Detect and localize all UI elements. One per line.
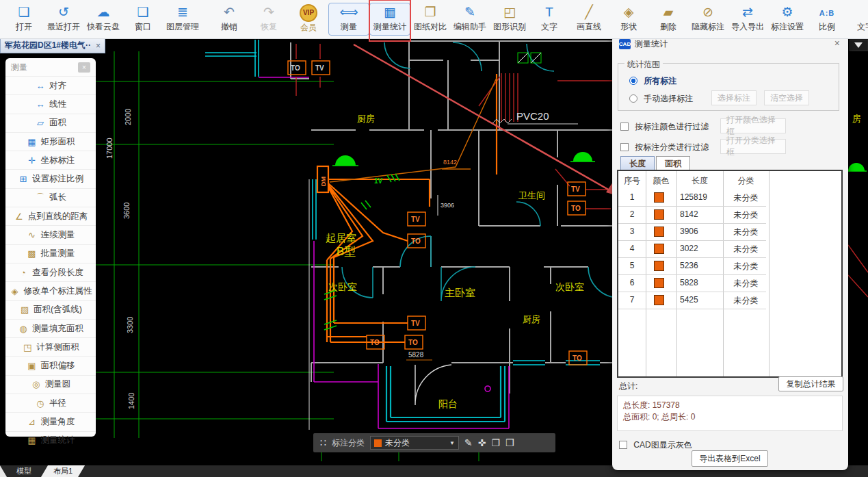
measure-item-side-area[interactable]: ◳计算侧面积 <box>5 337 96 356</box>
toolbar-shape-recognition[interactable]: ◰图形识别 <box>490 3 529 35</box>
toolbar-edit-assistant[interactable]: ✎编辑助手 <box>450 3 490 35</box>
room-living: 起居室 <box>326 232 356 244</box>
toolbar-redo-label: 恢复 <box>261 21 277 33</box>
table-row[interactable]: 1125819未分类 <box>618 189 766 207</box>
measure-item-segment-length[interactable]: ◔查看分段长度 <box>5 263 96 281</box>
table-row[interactable]: 65828未分类 <box>618 274 766 292</box>
redo-icon: ↷ <box>263 5 274 21</box>
side-area-icon: ◳ <box>22 342 33 352</box>
stats-panel-close-icon[interactable]: × <box>834 38 840 49</box>
row-no: 5 <box>618 261 646 270</box>
copy-icon[interactable]: ❐ <box>491 437 500 448</box>
area-offset-icon: ▣ <box>27 361 38 371</box>
pvc-label: PVC20 <box>516 110 549 122</box>
radio-manual-select[interactable]: 手动选择标注 <box>629 93 693 105</box>
toolbar-layer-manager[interactable]: ≣图层管理 <box>163 3 202 35</box>
tab-layout1[interactable]: 布局1 <box>41 465 85 477</box>
row-category: 未分类 <box>723 295 769 307</box>
measure-item-measure-stats[interactable]: ▦测量统计 <box>5 431 96 450</box>
toolbar-cloud-disk[interactable]: ☁快看云盘 <box>83 3 123 35</box>
set-annotation-scale-icon: ⊞ <box>18 174 29 184</box>
table-row[interactable]: 33906未分类 <box>618 223 766 241</box>
measure-item-modify-annotation[interactable]: ◈修改单个标注属性 <box>5 281 96 300</box>
toolbar-shapes[interactable]: ◈形状 <box>609 3 648 35</box>
toolbar-hide-annotations[interactable]: ⊘隐藏标注 <box>688 3 728 35</box>
measure-item-batch-measure[interactable]: ▩批量测量 <box>5 244 96 263</box>
toolbar-open[interactable]: ❏打开 <box>4 3 44 35</box>
table-row[interactable]: 28142未分类 <box>618 206 766 224</box>
measure-item-fill-area[interactable]: ◍测量填充面积 <box>5 319 96 337</box>
measure-item-coord-annotation[interactable]: ✛坐标标注 <box>5 151 96 169</box>
select-annotations-button[interactable]: 选择标注 <box>711 90 757 105</box>
toolbar-measure[interactable]: ⟺测量 <box>328 3 369 36</box>
room-partial: 房 <box>852 114 861 124</box>
measure-item-arc-length[interactable]: ⌒弧长 <box>5 188 96 207</box>
measure-item-area-offset[interactable]: ▣面积偏移 <box>5 356 96 374</box>
toolbar-drawing-compare[interactable]: ❐图纸对比 <box>410 3 450 35</box>
table-row[interactable]: 43022未分类 <box>618 240 766 258</box>
measure-stats-icon: ▦ <box>384 5 396 21</box>
edit-icon[interactable]: ✎ <box>464 437 473 448</box>
measure-item-radius[interactable]: ◷半径 <box>5 394 96 412</box>
to-label: TO <box>291 64 300 72</box>
measure-panel-title: 测量 <box>11 62 78 73</box>
measure-item-measure-circle[interactable]: ◎测量圆 <box>5 375 96 394</box>
chevron-down-icon: ▼ <box>449 440 455 446</box>
dim-2000: 2000 <box>124 109 132 125</box>
grid-icon[interactable]: ∷ <box>320 437 326 448</box>
row-color-swatch <box>654 209 664 220</box>
measure-item-area[interactable]: ▱面积 <box>5 114 96 132</box>
filter-category-checkbox[interactable]: 按标注分类进行过滤 <box>620 142 709 153</box>
measure-item-align[interactable]: ↔对齐 <box>5 76 96 94</box>
undo-icon: ↶ <box>224 5 235 21</box>
document-tab[interactable]: 军苑花园D区1#楼电气·· × <box>0 38 105 53</box>
measure-stats-panel: CAD 测量统计 × 统计范围 所有标注 手动选择标注 选择标注 清空选择 按标… <box>612 34 848 470</box>
measure-item-linear[interactable]: ↔线性 <box>5 94 96 113</box>
collapse-button[interactable] <box>850 40 868 51</box>
checkbox-icon <box>620 143 629 151</box>
open-color-picker-button[interactable]: 打开颜色选择框 <box>720 118 786 133</box>
annotation-category-bar: ∷ 标注分类 未分类 ▼ ✎ ✜ ❐ ❒ <box>313 433 555 452</box>
toolbar-text[interactable]: T文字 <box>529 3 569 35</box>
paste-icon[interactable]: ❒ <box>505 437 514 448</box>
row-no: 1 <box>618 192 646 202</box>
measure-panel-close-icon[interactable]: × <box>78 62 90 73</box>
toolbar-import-export[interactable]: ⇄导入导出 <box>728 3 767 35</box>
toolbar-recent-open[interactable]: ↺最近打开 <box>44 3 83 35</box>
toolbar-delete[interactable]: ▰删除 <box>648 3 688 35</box>
row-category: 未分类 <box>723 244 769 255</box>
measure-item-label: 弧长 <box>49 192 66 203</box>
measure-item-point-to-line[interactable]: ∠点到直线的距离 <box>5 207 96 225</box>
tab-close-icon[interactable]: × <box>96 41 101 51</box>
radio-all-annotations[interactable]: 所有标注 <box>629 75 676 87</box>
measure-item-measure-angle[interactable]: ⊿测量角度 <box>5 412 96 430</box>
open-category-picker-button[interactable]: 打开分类选择框 <box>720 139 786 154</box>
value-3906: 3906 <box>440 202 454 209</box>
toolbar-window[interactable]: ❑窗口 <box>123 3 163 35</box>
copy-totals-button[interactable]: 复制总计结果 <box>778 376 843 391</box>
clear-selection-button[interactable]: 清空选择 <box>764 90 809 105</box>
toolbar-undo[interactable]: ↶撤销 <box>209 3 249 35</box>
filter-color-checkbox[interactable]: 按标注颜色进行过滤 <box>620 121 709 133</box>
cad-gray-checkbox[interactable]: CAD图显示灰色 <box>619 439 692 451</box>
toolbar-scale[interactable]: A:B比例 <box>807 3 847 35</box>
measure-item-label: 查看分段长度 <box>32 267 83 279</box>
move-icon[interactable]: ✜ <box>478 437 486 448</box>
export-excel-button[interactable]: 导出表格到Excel <box>692 450 768 467</box>
measure-item-continuous-measure[interactable]: ∿连续测量 <box>5 225 96 244</box>
table-row[interactable]: 75425未分类 <box>618 292 766 309</box>
table-row[interactable]: 55236未分类 <box>618 257 766 275</box>
results-table[interactable]: 序号 颜色 长度 分类 1125819未分类28142未分类33906未分类43… <box>617 170 843 378</box>
tab-model[interactable]: 模型 <box>7 466 41 476</box>
measure-item-set-annotation-scale[interactable]: ⊞设置标注比例 <box>5 169 96 188</box>
toolbar-measure-stats[interactable]: ▦测量统计 <box>369 3 410 36</box>
cloud-disk-icon: ☁ <box>97 5 110 21</box>
toolbar-draw-line[interactable]: ╱画直线 <box>569 3 609 35</box>
toolbar-vip[interactable]: VIP会员 <box>289 3 328 36</box>
toolbar-redo[interactable]: ↷恢复 <box>249 3 289 35</box>
toolbar-annotation-settings[interactable]: ⚙标注设置 <box>767 3 807 35</box>
measure-item-rect-area[interactable]: ▦矩形面积 <box>5 132 96 151</box>
category-dropdown[interactable]: 未分类 ▼ <box>370 436 459 450</box>
toolbar-text-find[interactable]: ◎文字查找 <box>854 3 868 35</box>
measure-item-area-with-arc[interactable]: ▨面积(含弧线) <box>5 300 96 319</box>
